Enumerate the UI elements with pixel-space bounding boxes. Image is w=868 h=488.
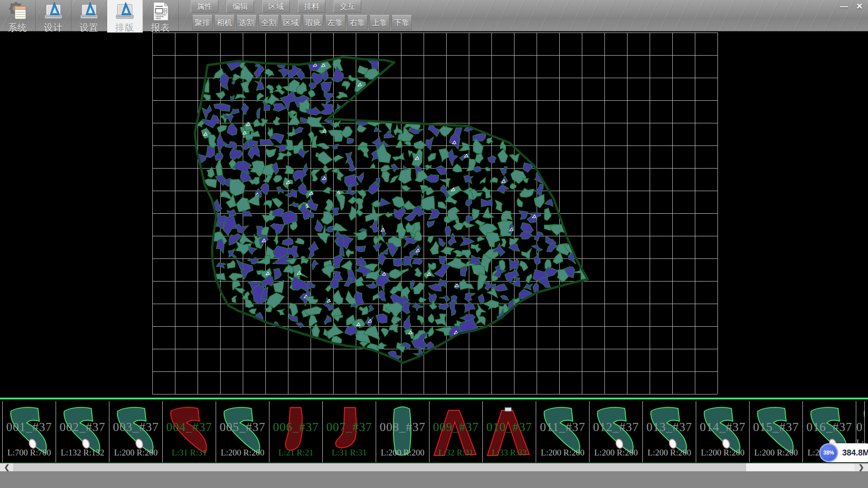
tool-4[interactable]: 全割 <box>259 15 279 30</box>
memory-usage-badge[interactable]: 38% 384.8M <box>819 443 868 462</box>
tab-4[interactable]: 排料 <box>298 0 326 13</box>
tool-5[interactable]: 区域 <box>281 15 301 30</box>
notch-mark <box>505 408 511 411</box>
part-tile-002_#37[interactable]: 002_#37 L:132 R:132 <box>56 401 109 462</box>
part-thumbnail <box>432 405 477 458</box>
ribbon-toolbar: 系统 设计 设置 排版 <box>0 0 868 33</box>
part-thumbnail <box>219 405 264 458</box>
part-tile-010_#37[interactable]: 010_#37 L:33 R:33 <box>482 401 536 462</box>
part-thumbnail <box>486 405 531 458</box>
part-tile-014_#37[interactable]: 014_#37 L:200 R:200 <box>696 401 749 462</box>
progress-circle: 38% <box>819 443 838 462</box>
tool-8[interactable]: 右靠 <box>347 15 368 30</box>
gear-icon <box>7 1 28 22</box>
part-tile-004_#37[interactable]: 004_#37 L:31 R:31 <box>162 401 216 462</box>
window-controls: — ✕ <box>838 1 865 12</box>
nesting-canvas[interactable] <box>0 33 868 398</box>
part-thumbnail <box>326 405 371 458</box>
nesting-icon <box>114 1 135 22</box>
tool-1[interactable]: 聚排 <box>192 15 212 30</box>
tool-2[interactable]: 相机 <box>214 15 235 30</box>
part-thumbnail <box>592 405 637 458</box>
mode-label: 排版 <box>115 22 134 34</box>
tab-3[interactable]: 区域 <box>262 0 290 13</box>
part-thumbnail <box>379 405 424 458</box>
part-thumbnail <box>59 405 104 458</box>
part-tile-008_#37[interactable]: 008_#37 L:200 R:200 <box>376 401 429 462</box>
scroll-right-arrow[interactable]: ❯ <box>854 463 868 471</box>
scrollbar-thumb[interactable] <box>14 463 746 471</box>
mode-3[interactable]: 设置 <box>71 0 107 33</box>
part-tile-006_#37[interactable]: 006_#37 L:21 R:21 <box>269 401 322 462</box>
minimize-button[interactable]: — <box>838 1 850 12</box>
part-tile-013_#37[interactable]: 013_#37 L:200 R:200 <box>642 401 696 462</box>
tool-3[interactable]: 选割 <box>236 15 257 30</box>
mode-switcher: 系统 设计 设置 排版 <box>0 0 179 33</box>
memory-value: 384.8M <box>842 448 868 458</box>
part-tile-011_#37[interactable]: 011_#37 L:200 R:200 <box>536 401 589 462</box>
tool-9[interactable]: 上靠 <box>369 15 390 30</box>
part-thumbnail <box>699 405 744 458</box>
tool-10[interactable]: 下靠 <box>392 15 412 30</box>
mode-label: 设置 <box>80 22 99 34</box>
part-tile-007_#37[interactable]: 007_#37 L:31 R:31 <box>322 401 376 462</box>
design-icon <box>43 1 64 22</box>
part-tile-009_#37[interactable]: 009_#37 L:32 R:31 <box>429 401 482 462</box>
part-tile-003_#37[interactable]: 003_#37 L:200 R:200 <box>109 401 162 462</box>
tab-1[interactable]: 属性 <box>191 0 218 13</box>
tab-5[interactable]: 交互 <box>334 0 361 13</box>
application-window: 系统 设计 设置 排版 <box>0 0 868 488</box>
part-thumbnail <box>539 405 584 458</box>
parts-strip-tiles: 001_#37 L:700 R:700 002_#37 L:132 R:132 … <box>2 401 865 462</box>
close-button[interactable]: ✕ <box>854 1 865 12</box>
mode-4[interactable]: 排版 <box>107 0 143 33</box>
tool-7[interactable]: 左靠 <box>325 15 345 30</box>
mode-1[interactable]: 系统 <box>0 0 36 33</box>
tool-buttons: 聚排相机选割全割区域瑕疵左靠右靠上靠下靠 <box>192 15 412 30</box>
mode-2[interactable]: 设计 <box>36 0 71 33</box>
horizontal-scrollbar[interactable]: ❮ ❯ <box>0 463 868 471</box>
mode-5[interactable]: 报表 <box>143 0 179 33</box>
mode-label: 设计 <box>44 22 63 34</box>
part-thumbnail <box>752 405 797 458</box>
mode-label: 报表 <box>151 22 170 34</box>
part-thumbnail <box>5 405 51 458</box>
part-thumbnail <box>165 405 211 458</box>
status-bar <box>0 471 868 488</box>
report-icon <box>150 1 171 22</box>
mode-label: 系统 <box>8 22 27 34</box>
tab-2[interactable]: 编辑 <box>226 0 254 13</box>
part-thumbnail <box>646 405 691 458</box>
part-thumbnail <box>112 405 157 458</box>
part-tile-012_#37[interactable]: 012_#37 L:200 R:200 <box>589 401 642 462</box>
tool-6[interactable]: 瑕疵 <box>303 15 323 30</box>
part-tile-015_#37[interactable]: 015_#37 L:200 R:200 <box>749 401 802 462</box>
parts-strip: 001_#37 L:700 R:700 002_#37 L:132 R:132 … <box>0 398 868 463</box>
part-tile-001_#37[interactable]: 001_#37 L:700 R:700 <box>2 401 56 462</box>
scroll-left-arrow[interactable]: ❮ <box>0 463 14 471</box>
ribbon-tabs: 属性编辑区域排料交互 <box>191 0 361 14</box>
part-tile-005_#37[interactable]: 005_#37 L:200 R:200 <box>216 401 269 462</box>
settings-icon <box>79 1 99 22</box>
part-thumbnail <box>272 405 317 458</box>
